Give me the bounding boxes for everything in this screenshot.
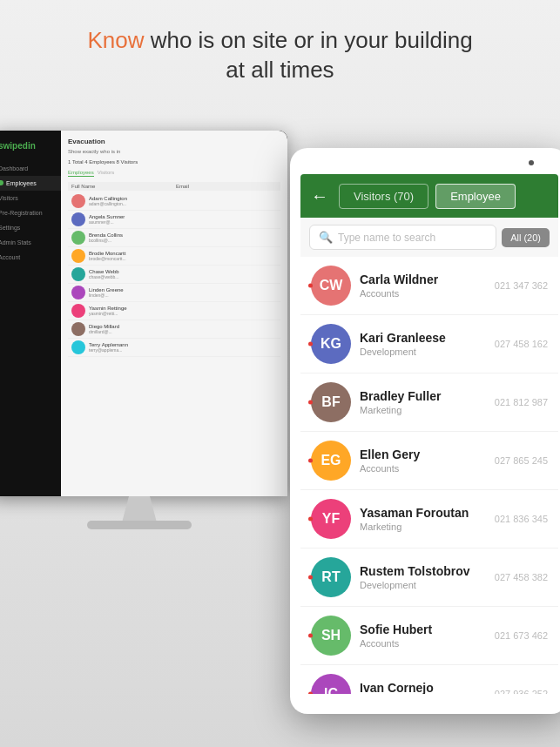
desktop-mockup: swipedin Dashboard Employees Visitors Pr…	[0, 131, 305, 636]
table-row: Angela Sumner asumner@...	[68, 211, 280, 229]
employee-name: Kari Granleese	[360, 331, 486, 346]
imac-col-email: Email	[176, 184, 277, 189]
employee-info: Bradley Fuller Marketing	[360, 389, 486, 415]
avatar: EG	[311, 441, 351, 481]
employee-name: Ellen Gery	[360, 448, 486, 462]
avatar	[71, 212, 85, 226]
employee-phone: 027 865 245	[495, 455, 548, 466]
avatar	[71, 267, 85, 281]
search-placeholder-text: Type name to search	[338, 232, 435, 244]
header-know-word: Know	[87, 27, 144, 53]
imac-row-text: Terry Applemann terry@applema...	[89, 342, 277, 353]
imac-nav-settings[interactable]: Settings	[0, 220, 61, 235]
imac-row-email: terry@applema...	[89, 347, 277, 353]
avatar	[71, 286, 85, 299]
list-item[interactable]: KG Kari Granleese Development 027 458 16…	[300, 315, 558, 374]
back-button[interactable]: ←	[311, 186, 328, 206]
list-item[interactable]: EG Ellen Gery Accounts 027 865 245	[300, 432, 558, 490]
imac-nav-dashboard[interactable]: Dashboard	[0, 161, 61, 176]
employee-info: Ivan Cornejo Marketing	[360, 681, 486, 694]
employee-phone: 027 458 162	[495, 339, 548, 349]
tab-visitors[interactable]: Visitors (70)	[339, 184, 428, 209]
table-row: Chase Webb chase@webb...	[68, 266, 280, 284]
imac-nav-admin[interactable]: Admin Stats	[0, 235, 61, 250]
avatar-wrap: EG	[311, 441, 351, 481]
ipad-screen: ← Visitors (70) Employee 🔍 Type name to …	[300, 174, 558, 697]
ipad-mockup: ← Visitors (70) Employee 🔍 Type name to …	[290, 148, 560, 714]
imac-row-text: Adam Callington adam@callington...	[89, 196, 277, 206]
table-row: Adam Callington adam@callington...	[68, 192, 280, 211]
avatar	[71, 340, 85, 354]
search-input-area[interactable]: 🔍 Type name to search	[309, 225, 496, 250]
employee-info: Sofie Hubert Accounts	[360, 622, 486, 649]
imac-nav-visitors[interactable]: Visitors	[0, 191, 61, 205]
avatar-wrap: KG	[311, 324, 351, 364]
status-indicator	[308, 400, 313, 405]
imac-row-email: yasmin@retti...	[89, 311, 277, 316]
imac-main-content: Evacuation Show exactly who is in 1 Tota…	[61, 131, 287, 496]
avatar: KG	[311, 324, 351, 364]
employee-phone: 021 836 345	[495, 514, 548, 524]
status-indicator	[308, 692, 313, 695]
imac-tabs: Employees Visitors	[68, 170, 280, 177]
table-row: Diego Millard dmillard@...	[68, 320, 280, 339]
filter-badge[interactable]: All (20)	[502, 228, 550, 247]
imac-stand	[122, 496, 157, 522]
avatar-wrap: IC	[311, 674, 351, 694]
imac-stats: 1 Total 4 Employees 8 Visitors	[68, 159, 280, 165]
status-indicator	[308, 284, 313, 288]
imac-nav-account[interactable]: Account	[0, 250, 61, 265]
avatar-wrap: BF	[311, 382, 351, 422]
imac-tab-visitors[interactable]: Visitors	[98, 170, 115, 177]
list-item[interactable]: CW Carla Wildner Accounts 021 347 362	[300, 257, 558, 315]
imac-row-text: Brenda Collins bcollins@...	[89, 232, 277, 243]
list-item[interactable]: SH Sofie Hubert Accounts 021 673 462	[300, 607, 558, 665]
list-item[interactable]: IC Ivan Cornejo Marketing 027 936 252	[300, 665, 558, 694]
imac-row-email: adam@callington...	[89, 201, 277, 206]
employee-department: Development	[360, 580, 486, 590]
ipad-camera	[529, 160, 534, 165]
employee-info: Rustem Tolstobrov Development	[360, 564, 486, 590]
employee-name: Carla Wildner	[360, 273, 486, 287]
avatar: YF	[311, 499, 351, 539]
status-indicator	[308, 575, 313, 580]
imac-screen-title: Evacuation	[68, 138, 280, 145]
employee-name: Ivan Cornejo	[360, 681, 486, 694]
imac-row-email: dmillard@...	[89, 329, 277, 334]
ipad-body: ← Visitors (70) Employee 🔍 Type name to …	[290, 148, 560, 714]
employee-info: Kari Granleese Development	[360, 331, 486, 357]
employee-phone: 027 936 252	[495, 689, 548, 694]
imac-screen: swipedin Dashboard Employees Visitors Pr…	[0, 131, 287, 496]
header-area: Know who is on site or in your building …	[0, 26, 560, 85]
header-line1-rest: who is on site or in your building	[144, 27, 472, 53]
avatar	[71, 194, 85, 208]
list-item[interactable]: YF Yasaman Foroutan Marketing 021 836 34…	[300, 490, 558, 548]
app-header: ← Visitors (70) Employee	[300, 174, 558, 218]
employee-department: Marketing	[360, 405, 486, 415]
imac-row-text: Chase Webb chase@webb...	[89, 269, 277, 279]
imac-row-email: bcollins@...	[89, 238, 277, 243]
app-search-bar: 🔍 Type name to search All (20)	[300, 218, 558, 257]
header-title: Know who is on site or in your building …	[0, 26, 560, 85]
employee-phone: 021 812 987	[495, 397, 548, 407]
avatar: SH	[311, 616, 351, 656]
avatar	[71, 249, 85, 263]
imac-nav-prereg[interactable]: Pre-Registration	[0, 205, 61, 220]
list-item[interactable]: RT Rustem Tolstobrov Development 027 458…	[300, 548, 558, 607]
imac-nav-dot	[0, 180, 3, 185]
imac-nav-employees[interactable]: Employees	[0, 176, 61, 191]
list-item[interactable]: BF Bradley Fuller Marketing 021 812 987	[300, 374, 558, 432]
employee-department: Accounts	[360, 638, 486, 649]
imac-col-name: Full Name	[71, 184, 172, 189]
avatar-wrap: CW	[311, 266, 351, 306]
imac-tab-employees[interactable]: Employees	[68, 170, 94, 177]
imac-base	[87, 521, 192, 529]
imac-table-header: Full Name Email	[68, 182, 280, 191]
employee-phone: 021 673 462	[495, 630, 548, 641]
imac-row-email: asumner@...	[89, 219, 277, 225]
tab-employees[interactable]: Employee	[435, 184, 516, 209]
employee-name: Sofie Hubert	[360, 622, 486, 637]
table-row: Terry Applemann terry@applema...	[68, 339, 280, 357]
avatar: BF	[311, 382, 351, 422]
employee-name: Bradley Fuller	[360, 389, 486, 404]
